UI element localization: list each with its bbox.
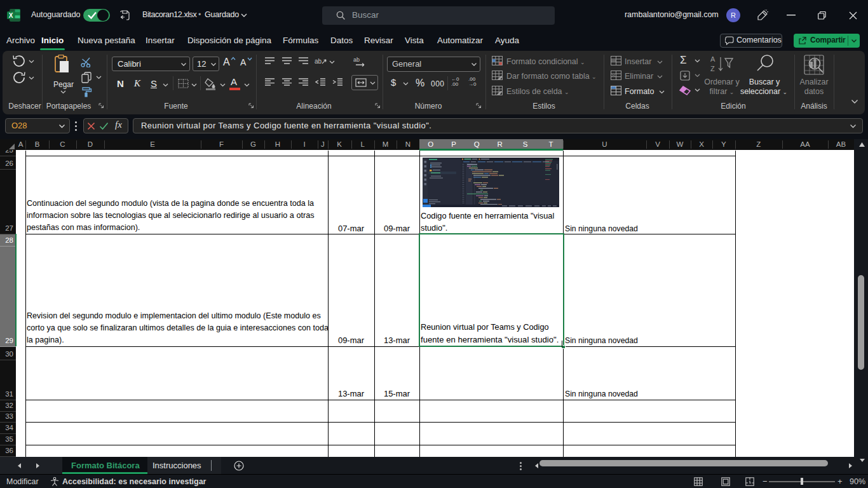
svg-text:ab: ab bbox=[315, 58, 322, 65]
svg-text:ab: ab bbox=[353, 57, 360, 63]
svg-text:X: X bbox=[9, 12, 13, 19]
svg-text:Z: Z bbox=[710, 65, 715, 72]
svg-text:A: A bbox=[710, 55, 715, 63]
